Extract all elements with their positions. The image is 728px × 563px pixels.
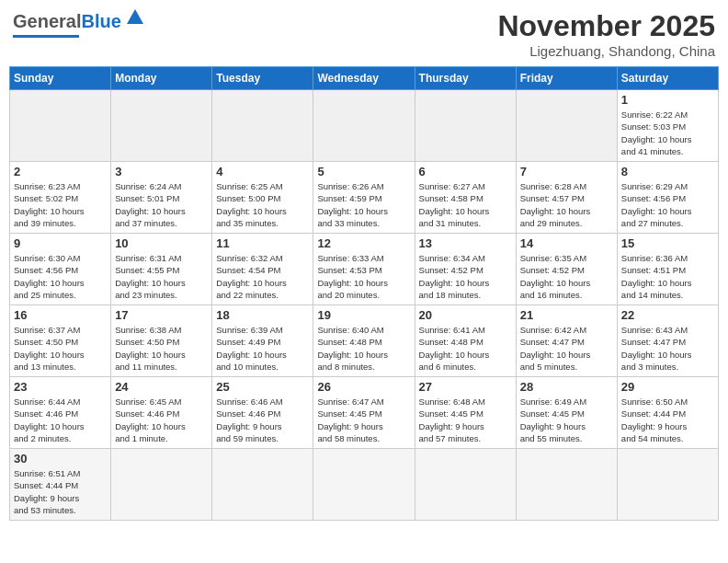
day-info: Sunrise: 6:29 AM Sunset: 4:56 PM Dayligh… (621, 180, 714, 229)
calendar-table: Sunday Monday Tuesday Wednesday Thursday… (9, 66, 719, 521)
day-number: 28 (520, 380, 613, 394)
day-number: 3 (115, 165, 208, 178)
table-row: 8Sunrise: 6:29 AM Sunset: 4:56 PM Daylig… (617, 162, 718, 234)
table-row: 23Sunrise: 6:44 AM Sunset: 4:46 PM Dayli… (10, 377, 111, 449)
day-number: 27 (419, 380, 512, 394)
table-row: 26Sunrise: 6:47 AM Sunset: 4:45 PM Dayli… (313, 377, 415, 449)
week-row-2: 2Sunrise: 6:23 AM Sunset: 5:02 PM Daylig… (10, 162, 719, 234)
day-number: 25 (216, 380, 309, 394)
table-row: 10Sunrise: 6:31 AM Sunset: 4:55 PM Dayli… (111, 234, 212, 305)
day-number: 8 (621, 165, 714, 178)
day-info: Sunrise: 6:27 AM Sunset: 4:58 PM Dayligh… (419, 180, 512, 229)
day-number: 21 (520, 308, 613, 322)
week-row-1: 1Sunrise: 6:22 AM Sunset: 5:03 PM Daylig… (10, 90, 719, 162)
table-row (516, 449, 617, 521)
day-info: Sunrise: 6:34 AM Sunset: 4:52 PM Dayligh… (419, 252, 512, 301)
day-number: 13 (419, 236, 512, 250)
table-row: 1Sunrise: 6:22 AM Sunset: 5:03 PM Daylig… (617, 90, 718, 162)
week-row-5: 23Sunrise: 6:44 AM Sunset: 4:46 PM Dayli… (10, 377, 719, 449)
day-info: Sunrise: 6:46 AM Sunset: 4:46 PM Dayligh… (216, 396, 309, 444)
table-row: 24Sunrise: 6:45 AM Sunset: 4:46 PM Dayli… (111, 377, 212, 449)
table-row: 9Sunrise: 6:30 AM Sunset: 4:56 PM Daylig… (10, 234, 111, 305)
day-info: Sunrise: 6:39 AM Sunset: 4:49 PM Dayligh… (216, 324, 309, 373)
table-row: 7Sunrise: 6:28 AM Sunset: 4:57 PM Daylig… (516, 162, 617, 234)
day-number: 16 (14, 308, 107, 322)
table-row: 2Sunrise: 6:23 AM Sunset: 5:02 PM Daylig… (10, 162, 111, 234)
day-info: Sunrise: 6:23 AM Sunset: 5:02 PM Dayligh… (14, 180, 107, 229)
header-monday: Monday (111, 67, 212, 90)
day-number: 4 (216, 165, 309, 178)
day-number: 17 (115, 308, 208, 322)
table-row (617, 449, 718, 521)
table-row: 25Sunrise: 6:46 AM Sunset: 4:46 PM Dayli… (212, 377, 313, 449)
table-row: 17Sunrise: 6:38 AM Sunset: 4:50 PM Dayli… (111, 305, 212, 377)
day-number: 9 (14, 236, 107, 250)
header-wednesday: Wednesday (313, 67, 415, 90)
table-row (111, 90, 212, 162)
day-number: 1 (621, 93, 714, 107)
day-info: Sunrise: 6:49 AM Sunset: 4:45 PM Dayligh… (520, 396, 613, 444)
table-row: 18Sunrise: 6:39 AM Sunset: 4:49 PM Dayli… (212, 305, 313, 377)
location: Ligezhuang, Shandong, China (497, 43, 715, 59)
logo-text-blue: Blue (81, 12, 120, 30)
table-row: 29Sunrise: 6:50 AM Sunset: 4:44 PM Dayli… (617, 377, 718, 449)
table-row (111, 449, 212, 521)
day-number: 15 (621, 236, 714, 250)
table-row (313, 449, 415, 521)
day-number: 24 (115, 380, 208, 394)
title-block: November 2025 Ligezhuang, Shandong, Chin… (497, 9, 715, 59)
day-info: Sunrise: 6:38 AM Sunset: 4:50 PM Dayligh… (115, 324, 208, 373)
day-info: Sunrise: 6:37 AM Sunset: 4:50 PM Dayligh… (14, 324, 107, 373)
day-info: Sunrise: 6:35 AM Sunset: 4:52 PM Dayligh… (520, 252, 613, 301)
day-info: Sunrise: 6:24 AM Sunset: 5:01 PM Dayligh… (115, 180, 208, 229)
day-number: 18 (216, 308, 309, 322)
logo-bar (13, 35, 79, 38)
header-sunday: Sunday (10, 67, 111, 90)
day-info: Sunrise: 6:25 AM Sunset: 5:00 PM Dayligh… (216, 180, 309, 229)
day-info: Sunrise: 6:32 AM Sunset: 4:54 PM Dayligh… (216, 252, 309, 301)
table-row: 28Sunrise: 6:49 AM Sunset: 4:45 PM Dayli… (516, 377, 617, 449)
day-number: 29 (621, 380, 714, 394)
table-row: 20Sunrise: 6:41 AM Sunset: 4:48 PM Dayli… (415, 305, 516, 377)
day-info: Sunrise: 6:42 AM Sunset: 4:47 PM Dayligh… (520, 324, 613, 373)
day-number: 14 (520, 236, 613, 250)
week-row-4: 16Sunrise: 6:37 AM Sunset: 4:50 PM Dayli… (10, 305, 719, 377)
table-row (415, 449, 516, 521)
table-row: 13Sunrise: 6:34 AM Sunset: 4:52 PM Dayli… (415, 234, 516, 305)
table-row: 12Sunrise: 6:33 AM Sunset: 4:53 PM Dayli… (313, 234, 415, 305)
table-row: 6Sunrise: 6:27 AM Sunset: 4:58 PM Daylig… (415, 162, 516, 234)
day-number: 22 (621, 308, 714, 322)
week-row-3: 9Sunrise: 6:30 AM Sunset: 4:56 PM Daylig… (10, 234, 719, 305)
header-saturday: Saturday (617, 67, 718, 90)
day-info: Sunrise: 6:28 AM Sunset: 4:57 PM Dayligh… (520, 180, 613, 229)
day-number: 6 (419, 165, 512, 178)
day-info: Sunrise: 6:31 AM Sunset: 4:55 PM Dayligh… (115, 252, 208, 301)
day-info: Sunrise: 6:30 AM Sunset: 4:56 PM Dayligh… (14, 252, 107, 301)
day-info: Sunrise: 6:44 AM Sunset: 4:46 PM Dayligh… (14, 396, 107, 444)
day-info: Sunrise: 6:40 AM Sunset: 4:48 PM Dayligh… (317, 324, 410, 373)
month-title: November 2025 (497, 9, 715, 43)
svg-marker-0 (127, 9, 143, 24)
header-thursday: Thursday (415, 67, 516, 90)
table-row: 4Sunrise: 6:25 AM Sunset: 5:00 PM Daylig… (212, 162, 313, 234)
day-number: 30 (14, 452, 107, 465)
day-info: Sunrise: 6:41 AM Sunset: 4:48 PM Dayligh… (419, 324, 512, 373)
day-info: Sunrise: 6:33 AM Sunset: 4:53 PM Dayligh… (317, 252, 410, 301)
day-number: 19 (317, 308, 410, 322)
weekday-header-row: Sunday Monday Tuesday Wednesday Thursday… (10, 67, 719, 90)
day-info: Sunrise: 6:48 AM Sunset: 4:45 PM Dayligh… (419, 396, 512, 444)
day-number: 10 (115, 236, 208, 250)
table-row (516, 90, 617, 162)
day-info: Sunrise: 6:50 AM Sunset: 4:44 PM Dayligh… (621, 396, 714, 444)
day-number: 2 (14, 165, 107, 178)
table-row: 19Sunrise: 6:40 AM Sunset: 4:48 PM Dayli… (313, 305, 415, 377)
table-row: 11Sunrise: 6:32 AM Sunset: 4:54 PM Dayli… (212, 234, 313, 305)
logo-icon (125, 7, 145, 31)
header-friday: Friday (516, 67, 617, 90)
header-tuesday: Tuesday (212, 67, 313, 90)
logo: General Blue (13, 9, 145, 38)
day-info: Sunrise: 6:51 AM Sunset: 4:44 PM Dayligh… (14, 467, 107, 516)
table-row (313, 90, 415, 162)
day-info: Sunrise: 6:45 AM Sunset: 4:46 PM Dayligh… (115, 396, 208, 444)
page-header: General Blue November 2025 Ligezhuang, S… (9, 9, 719, 59)
